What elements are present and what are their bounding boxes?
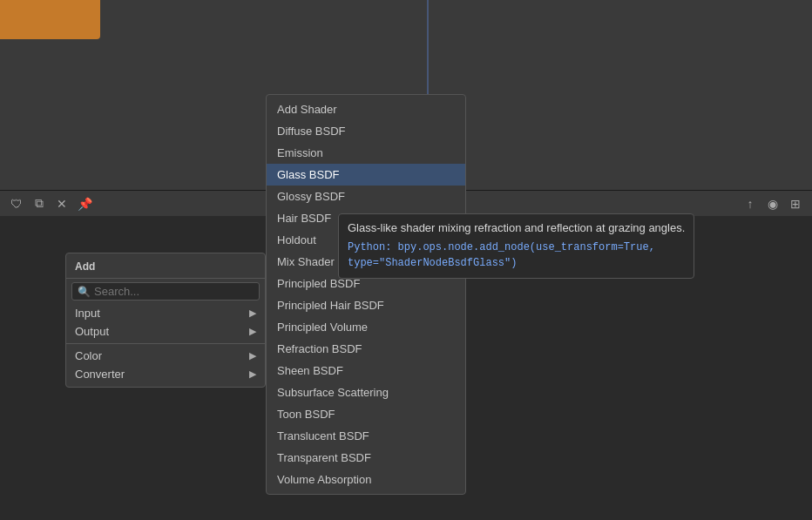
close-icon[interactable]: ✕ <box>52 194 71 213</box>
add-menu-item-input[interactable]: Input ▶ <box>66 304 265 322</box>
shader-item-glass-bsdf[interactable]: Glass BSDF <box>267 164 465 186</box>
copy-icon[interactable]: ⧉ <box>30 194 49 213</box>
shader-item-toon-bsdf[interactable]: Toon BSDF <box>267 403 465 425</box>
upload-icon[interactable]: ↑ <box>741 194 760 213</box>
pin-icon[interactable]: 📌 <box>75 194 94 213</box>
material-icon[interactable]: ◉ <box>763 194 782 213</box>
shader-item-emission[interactable]: Emission <box>267 142 465 164</box>
add-menu-item-output[interactable]: Output ▶ <box>66 322 265 341</box>
shield-icon[interactable]: 🛡 <box>7 194 26 213</box>
output-label: Output <box>75 325 109 338</box>
shader-item-translucent-bsdf[interactable]: Translucent BSDF <box>267 425 465 447</box>
shader-item-principled-hair-bsdf[interactable]: Principled Hair BSDF <box>267 294 465 316</box>
viewport-object <box>0 0 100 39</box>
shader-item-glossy-bsdf[interactable]: Glossy BSDF <box>267 186 465 207</box>
arrow-icon: ▶ <box>249 307 256 319</box>
search-box[interactable]: 🔍 <box>71 282 260 301</box>
tooltip-description: Glass-like shader mixing refraction and … <box>348 221 685 234</box>
search-icon: 🔍 <box>78 286 91 298</box>
tooltip: Glass-like shader mixing refraction and … <box>338 213 694 279</box>
tooltip-code-line1: Python: bpy.ops.node.add_node(use_transf… <box>348 241 655 253</box>
shader-submenu: Add Shader Diffuse BSDF Emission Glass B… <box>266 94 466 495</box>
tooltip-code: Python: bpy.ops.node.add_node(use_transf… <box>348 240 685 271</box>
converter-label: Converter <box>75 368 125 381</box>
arrow-icon: ▶ <box>249 350 256 361</box>
color-label: Color <box>75 349 102 362</box>
arrow-icon: ▶ <box>249 368 256 380</box>
shader-item-subsurface-scattering[interactable]: Subsurface Scattering <box>267 382 465 403</box>
arrow-icon: ▶ <box>249 326 256 337</box>
shader-item-refraction-bsdf[interactable]: Refraction BSDF <box>267 338 465 360</box>
add-menu: Add 🔍 Input ▶ Output ▶ Color ▶ Converter… <box>65 253 266 388</box>
add-menu-item-converter[interactable]: Converter ▶ <box>66 365 265 383</box>
tooltip-code-line2: type="ShaderNodeBsdfGlass") <box>348 257 517 269</box>
add-menu-item-color[interactable]: Color ▶ <box>66 347 265 365</box>
shader-item-transparent-bsdf[interactable]: Transparent BSDF <box>267 447 465 469</box>
shader-item-sheen-bsdf[interactable]: Sheen BSDF <box>267 360 465 382</box>
input-label: Input <box>75 307 100 320</box>
shader-item-add-shader[interactable]: Add Shader <box>267 98 465 120</box>
shader-item-diffuse-bsdf[interactable]: Diffuse BSDF <box>267 120 465 142</box>
shader-item-volume-absorption[interactable]: Volume Absorption <box>267 469 465 490</box>
search-input[interactable] <box>94 285 254 298</box>
add-menu-title: Add <box>66 257 265 279</box>
shader-item-principled-volume[interactable]: Principled Volume <box>267 316 465 338</box>
grid-icon[interactable]: ⊞ <box>786 194 805 213</box>
